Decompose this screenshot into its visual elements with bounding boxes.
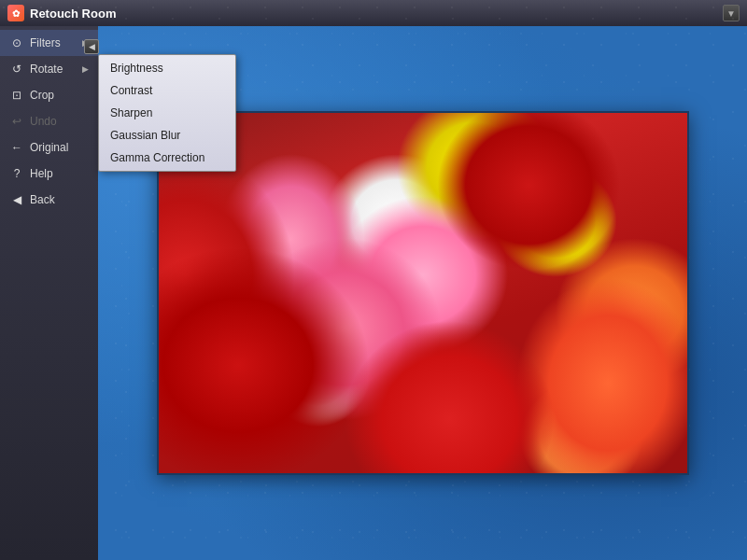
help-icon: ?	[9, 166, 24, 181]
sidebar-item-rotate[interactable]: ↺ Rotate ▶	[0, 56, 98, 82]
sidebar-toggle-button[interactable]: ◀	[84, 39, 99, 54]
title-bar-left: ✿ Retouch Room	[7, 5, 116, 21]
sidebar-item-crop[interactable]: ⊡ Crop	[0, 82, 98, 108]
sidebar-back-label: Back	[30, 193, 55, 206]
submenu-item-sharpen[interactable]: Sharpen	[99, 102, 235, 124]
sidebar-item-undo: ↩ Undo	[0, 108, 98, 134]
original-icon: ←	[9, 140, 24, 155]
title-bar: ✿ Retouch Room ▼	[0, 0, 747, 26]
submenu-item-brightness[interactable]: Brightness	[99, 57, 235, 79]
submenu-item-gaussian-blur[interactable]: Gaussian Blur	[99, 124, 235, 147]
sidebar-undo-label: Undo	[30, 115, 57, 128]
main-content: ◀ ⊙ Filters ▶ ↺ Rotate ▶ ⊡ Crop ↩ Undo ←…	[0, 26, 747, 560]
crop-icon: ⊡	[9, 88, 24, 103]
rotate-icon: ↺	[9, 62, 24, 77]
sidebar-item-original[interactable]: ← Original	[0, 134, 98, 161]
app-title: Retouch Room	[30, 7, 116, 21]
undo-icon: ↩	[9, 114, 24, 129]
sidebar-crop-label: Crop	[30, 89, 54, 102]
sidebar-item-back[interactable]: ◀ Back	[0, 187, 98, 213]
rotate-arrow-icon: ▶	[82, 64, 89, 74]
sidebar-filters-label: Filters	[30, 36, 61, 49]
sidebar-help-label: Help	[30, 167, 53, 180]
window-collapse-button[interactable]: ▼	[723, 5, 740, 21]
back-icon: ◀	[9, 192, 24, 207]
flower-image	[159, 113, 687, 473]
filters-submenu: Brightness Contrast Sharpen Gaussian Blu…	[98, 54, 236, 172]
app-icon: ✿	[7, 5, 24, 21]
sidebar: ◀ ⊙ Filters ▶ ↺ Rotate ▶ ⊡ Crop ↩ Undo ←…	[0, 26, 98, 560]
submenu-item-contrast[interactable]: Contrast	[99, 79, 235, 102]
sidebar-original-label: Original	[30, 141, 68, 154]
sidebar-item-help[interactable]: ? Help	[0, 161, 98, 187]
filters-icon: ⊙	[9, 35, 24, 50]
sidebar-rotate-label: Rotate	[30, 63, 63, 76]
image-container[interactable]	[157, 111, 689, 475]
submenu-item-gamma-correction[interactable]: Gamma Correction	[99, 147, 235, 169]
